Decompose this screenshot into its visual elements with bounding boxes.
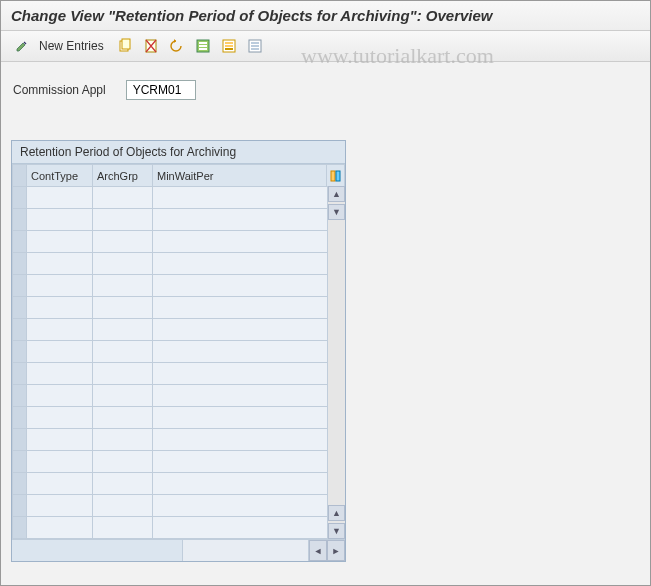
cell-arch-grp[interactable] — [93, 429, 153, 451]
cell-cont-type[interactable] — [27, 341, 93, 363]
table-row[interactable] — [13, 231, 345, 253]
table-row[interactable] — [13, 429, 345, 451]
cell-min-wait-per[interactable] — [153, 429, 345, 451]
cell-cont-type[interactable] — [27, 363, 93, 385]
cell-min-wait-per[interactable] — [153, 473, 345, 495]
table-row[interactable] — [13, 451, 345, 473]
cell-arch-grp[interactable] — [93, 517, 153, 539]
deselect-all-icon[interactable] — [244, 35, 266, 57]
row-selector[interactable] — [13, 187, 27, 209]
cell-min-wait-per[interactable] — [153, 341, 345, 363]
cell-arch-grp[interactable] — [93, 341, 153, 363]
cell-arch-grp[interactable] — [93, 385, 153, 407]
cell-min-wait-per[interactable] — [153, 209, 345, 231]
cell-cont-type[interactable] — [27, 451, 93, 473]
table-row[interactable] — [13, 341, 345, 363]
cell-min-wait-per[interactable] — [153, 385, 345, 407]
copy-as-icon[interactable] — [114, 35, 136, 57]
cell-arch-grp[interactable] — [93, 297, 153, 319]
cell-cont-type[interactable] — [27, 209, 93, 231]
cell-arch-grp[interactable] — [93, 187, 153, 209]
cell-cont-type[interactable] — [27, 517, 93, 539]
cell-arch-grp[interactable] — [93, 363, 153, 385]
row-selector[interactable] — [13, 407, 27, 429]
row-selector[interactable] — [13, 385, 27, 407]
row-selector[interactable] — [13, 429, 27, 451]
cell-cont-type[interactable] — [27, 319, 93, 341]
undo-change-icon[interactable] — [166, 35, 188, 57]
row-selector[interactable] — [13, 209, 27, 231]
new-entries-button[interactable]: New Entries — [37, 39, 110, 53]
cell-cont-type[interactable] — [27, 231, 93, 253]
select-block-icon[interactable] — [218, 35, 240, 57]
column-arch-grp[interactable]: ArchGrp — [93, 165, 153, 187]
row-selector[interactable] — [13, 275, 27, 297]
cell-arch-grp[interactable] — [93, 209, 153, 231]
cell-min-wait-per[interactable] — [153, 451, 345, 473]
row-selector-header[interactable] — [13, 165, 27, 187]
table-configure-button[interactable] — [327, 165, 345, 187]
cell-min-wait-per[interactable] — [153, 297, 345, 319]
cell-cont-type[interactable] — [27, 473, 93, 495]
cell-min-wait-per[interactable] — [153, 319, 345, 341]
table-row[interactable] — [13, 297, 345, 319]
table-row[interactable] — [13, 187, 345, 209]
row-selector[interactable] — [13, 363, 27, 385]
cell-arch-grp[interactable] — [93, 451, 153, 473]
table-row[interactable] — [13, 363, 345, 385]
cell-arch-grp[interactable] — [93, 253, 153, 275]
vertical-scrollbar[interactable]: ▲ ▼ ▲ ▼ — [327, 186, 345, 539]
column-min-wait-per[interactable]: MinWaitPer — [153, 165, 327, 187]
cell-arch-grp[interactable] — [93, 231, 153, 253]
row-selector[interactable] — [13, 473, 27, 495]
cell-cont-type[interactable] — [27, 385, 93, 407]
cell-arch-grp[interactable] — [93, 473, 153, 495]
table-row[interactable] — [13, 495, 345, 517]
cell-arch-grp[interactable] — [93, 407, 153, 429]
row-selector[interactable] — [13, 231, 27, 253]
cell-min-wait-per[interactable] — [153, 517, 345, 539]
table-row[interactable] — [13, 517, 345, 539]
cell-cont-type[interactable] — [27, 429, 93, 451]
scroll-left-button[interactable]: ◄ — [309, 540, 327, 561]
commission-appl-field[interactable] — [126, 80, 196, 100]
table-row[interactable] — [13, 319, 345, 341]
cell-cont-type[interactable] — [27, 495, 93, 517]
table-row[interactable] — [13, 209, 345, 231]
cell-arch-grp[interactable] — [93, 495, 153, 517]
select-all-icon[interactable] — [192, 35, 214, 57]
toggle-display-change-icon[interactable] — [11, 35, 33, 57]
table-row[interactable] — [13, 473, 345, 495]
scroll-right-button[interactable]: ► — [327, 540, 345, 561]
cell-cont-type[interactable] — [27, 187, 93, 209]
cell-min-wait-per[interactable] — [153, 363, 345, 385]
horizontal-scrollbar[interactable]: ◄ ► — [12, 539, 345, 561]
table-row[interactable] — [13, 407, 345, 429]
row-selector[interactable] — [13, 253, 27, 275]
row-selector[interactable] — [13, 517, 27, 539]
row-selector[interactable] — [13, 297, 27, 319]
scroll-up-button[interactable]: ▲ — [328, 186, 345, 202]
cell-min-wait-per[interactable] — [153, 407, 345, 429]
row-selector[interactable] — [13, 341, 27, 363]
cell-cont-type[interactable] — [27, 275, 93, 297]
cell-min-wait-per[interactable] — [153, 495, 345, 517]
cell-arch-grp[interactable] — [93, 275, 153, 297]
cell-arch-grp[interactable] — [93, 319, 153, 341]
cell-cont-type[interactable] — [27, 407, 93, 429]
cell-min-wait-per[interactable] — [153, 253, 345, 275]
cell-cont-type[interactable] — [27, 253, 93, 275]
scroll-down-button[interactable]: ▼ — [328, 523, 345, 539]
row-selector[interactable] — [13, 319, 27, 341]
cell-min-wait-per[interactable] — [153, 275, 345, 297]
cell-min-wait-per[interactable] — [153, 187, 345, 209]
column-cont-type[interactable]: ContType — [27, 165, 93, 187]
table-row[interactable] — [13, 275, 345, 297]
scroll-up-step-button[interactable]: ▲ — [328, 505, 345, 521]
cell-cont-type[interactable] — [27, 297, 93, 319]
row-selector[interactable] — [13, 451, 27, 473]
table-row[interactable] — [13, 385, 345, 407]
delete-icon[interactable] — [140, 35, 162, 57]
table-row[interactable] — [13, 253, 345, 275]
cell-min-wait-per[interactable] — [153, 231, 345, 253]
